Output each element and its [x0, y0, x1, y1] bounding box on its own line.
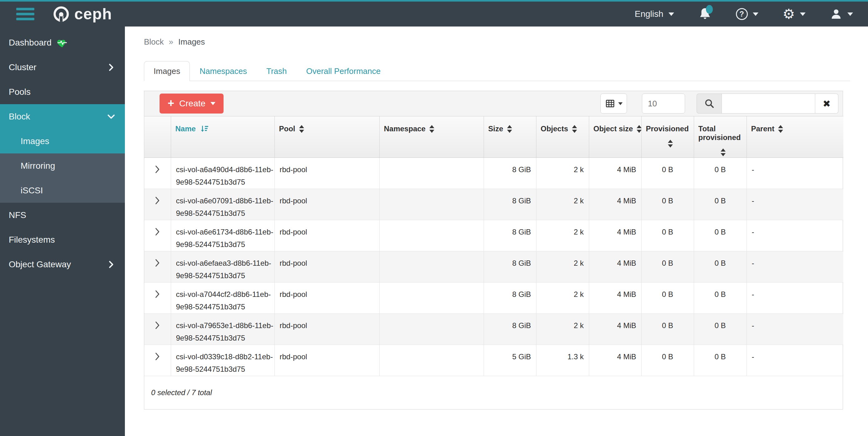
help-dropdown[interactable]: ? [736, 8, 758, 20]
breadcrumb-block[interactable]: Block [144, 37, 164, 47]
expand-row-button[interactable] [155, 353, 160, 362]
sort-icon [572, 125, 577, 133]
table-toolbar: + Create [144, 91, 843, 116]
col-header-parent[interactable]: Parent [747, 116, 843, 158]
table-row[interactable]: csi-vol-d0339c18-d8b2-11eb- 9e98-5244751… [144, 345, 843, 376]
table-row[interactable]: csi-vol-a6e07091-d8b6-11eb- 9e98-5244751… [144, 189, 843, 220]
sidebar-item-dashboard[interactable]: Dashboard [0, 30, 125, 55]
tab-overall-performance[interactable]: Overall Performance [297, 61, 390, 81]
sidebar-item-pools[interactable]: Pools [0, 79, 125, 104]
sidebar-item-filesystems[interactable]: Filesystems [0, 227, 125, 252]
cell-expand [144, 314, 171, 345]
sidebar-item-mirroring[interactable]: Mirroring [0, 154, 125, 178]
column-toggle-button[interactable] [600, 94, 627, 113]
settings-dropdown[interactable]: ⚙ [783, 7, 806, 21]
sort-icon [429, 125, 434, 133]
cell-provisioned: 0 B [641, 282, 694, 314]
notifications-button[interactable] [699, 7, 712, 21]
gear-icon: ⚙ [783, 7, 795, 21]
sort-icon [778, 125, 783, 133]
cell-namespace [379, 282, 484, 314]
cell-pool: rbd-pool [274, 220, 379, 251]
tab-namespaces[interactable]: Namespaces [190, 61, 257, 81]
cell-expand [144, 251, 171, 282]
cell-name: csi-vol-a7044cf2-d8b6-11eb- 9e98-5244751… [171, 282, 274, 314]
cell-size: 8 GiB [484, 251, 536, 282]
cell-object_size: 4 MiB [589, 314, 641, 345]
col-header-label: Objects [541, 125, 568, 133]
col-header-objects[interactable]: Objects [536, 116, 589, 158]
user-dropdown[interactable] [830, 7, 853, 21]
cell-parent: - [747, 251, 843, 282]
clear-search-button[interactable]: ✖ [815, 94, 838, 113]
cell-objects: 2 k [536, 189, 589, 220]
cell-pool: rbd-pool [274, 282, 379, 314]
cell-total_provisioned: 0 B [694, 251, 747, 282]
sidebar-item-label: Block [9, 112, 30, 122]
cell-name: csi-vol-a6a490d4-d8b6-11eb- 9e98-5244751… [171, 158, 274, 189]
cell-objects: 2 k [536, 314, 589, 345]
cell-expand [144, 220, 171, 251]
chevron-down-icon [800, 12, 806, 16]
expand-row-button[interactable] [155, 259, 160, 268]
cell-object_size: 4 MiB [589, 251, 641, 282]
expand-row-button[interactable] [155, 197, 160, 205]
cell-pool: rbd-pool [274, 189, 379, 220]
col-header-total_provisioned[interactable]: Total provisioned [694, 116, 747, 158]
sidebar-item-iscsi[interactable]: iSCSI [0, 178, 125, 203]
page-size-input[interactable] [642, 94, 685, 113]
table-footer: 0 selected / 7 total [144, 376, 843, 409]
table-row[interactable]: csi-vol-a7044cf2-d8b6-11eb- 9e98-5244751… [144, 282, 843, 314]
expand-row-button[interactable] [155, 290, 160, 299]
sidebar-item-label: Cluster [9, 62, 36, 72]
table-row[interactable]: csi-vol-a6e61734-d8b6-11eb- 9e98-5244751… [144, 220, 843, 251]
cell-pool: rbd-pool [274, 345, 379, 376]
cell-provisioned: 0 B [641, 189, 694, 220]
expand-row-button[interactable] [155, 228, 160, 237]
cell-name: csi-vol-d0339c18-d8b2-11eb- 9e98-5244751… [171, 345, 274, 376]
sidebar-item-label: Filesystems [9, 235, 55, 245]
sidebar-item-object-gateway[interactable]: Object Gateway [0, 252, 125, 277]
sidebar-item-label: Object Gateway [9, 260, 71, 269]
expand-row-button[interactable] [155, 165, 160, 174]
cell-total_provisioned: 0 B [694, 158, 747, 189]
cell-size: 8 GiB [484, 189, 536, 220]
chevron-down-icon [107, 112, 116, 121]
breadcrumb: Block » Images [144, 37, 868, 47]
col-header-pool[interactable]: Pool [274, 116, 379, 158]
table-row[interactable]: csi-vol-a6efaea3-d8b6-11eb- 9e98-5244751… [144, 251, 843, 282]
tab-images[interactable]: Images [144, 61, 190, 81]
cell-provisioned: 0 B [641, 220, 694, 251]
hamburger-menu-button[interactable] [16, 6, 35, 22]
cell-expand [144, 158, 171, 189]
sidebar-item-block[interactable]: Block [0, 104, 125, 129]
sort-descending-icon [200, 125, 209, 133]
col-header-namespace[interactable]: Namespace [379, 116, 484, 158]
col-header-provisioned[interactable]: Provisioned [641, 116, 694, 158]
search-input[interactable] [721, 94, 815, 113]
col-header-size[interactable]: Size [484, 116, 536, 158]
sidebar-item-nfs[interactable]: NFS [0, 203, 125, 227]
cell-name: csi-vol-a79653e1-d8b6-11eb- 9e98-5244751… [171, 314, 274, 345]
col-header-label: Provisioned [646, 125, 689, 133]
table-row[interactable]: csi-vol-a6a490d4-d8b6-11eb- 9e98-5244751… [144, 158, 843, 189]
language-dropdown[interactable]: English [635, 9, 674, 19]
col-header-object_size[interactable]: Object size [589, 116, 641, 158]
sidebar-item-cluster[interactable]: Cluster [0, 55, 125, 79]
main-content: Block » Images ImagesNamespacesTrashOver… [125, 27, 868, 436]
create-button[interactable]: + Create [160, 94, 223, 113]
cell-objects: 1.3 k [536, 345, 589, 376]
table-row[interactable]: csi-vol-a79653e1-d8b6-11eb- 9e98-5244751… [144, 314, 843, 345]
cell-name: csi-vol-a6e07091-d8b6-11eb- 9e98-5244751… [171, 189, 274, 220]
chevron-down-icon [753, 12, 758, 16]
cell-size: 8 GiB [484, 220, 536, 251]
col-header-name[interactable]: Name [171, 116, 274, 158]
sidebar-item-images[interactable]: Images [0, 129, 125, 154]
cell-object_size: 4 MiB [589, 220, 641, 251]
cell-total_provisioned: 0 B [694, 314, 747, 345]
sidebar-item-label: Mirroring [21, 161, 55, 171]
ceph-logo[interactable]: ceph [53, 5, 112, 23]
expand-row-button[interactable] [155, 321, 160, 330]
tab-trash[interactable]: Trash [257, 61, 297, 81]
col-header-label: Namespace [384, 125, 426, 133]
